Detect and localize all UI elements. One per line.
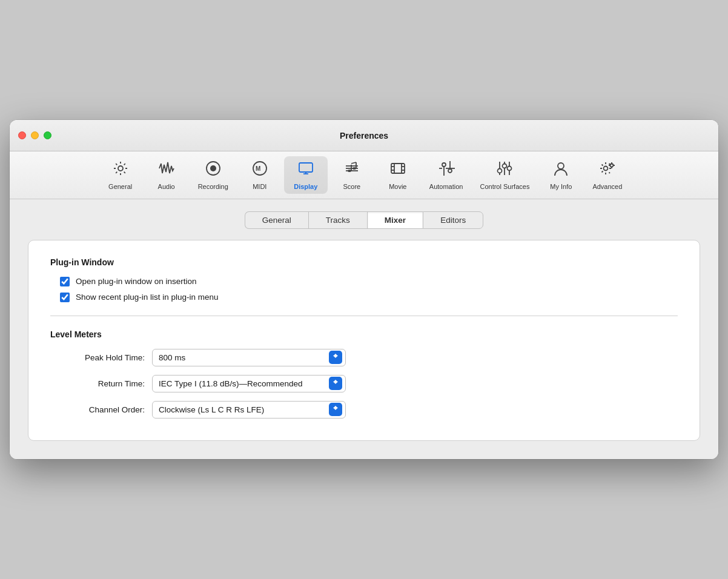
peak-hold-time-wrapper: 200 ms 400 ms 600 ms 800 ms 1000 ms 2000… bbox=[152, 349, 346, 366]
settings-panel: Plug-in Window Open plug-in window on in… bbox=[28, 240, 700, 441]
svg-point-11 bbox=[348, 170, 351, 172]
toolbar-item-my-info[interactable]: My Info bbox=[539, 156, 583, 193]
toolbar-item-audio[interactable]: Audio bbox=[145, 156, 188, 193]
section-divider bbox=[50, 316, 678, 316]
automation-icon bbox=[438, 160, 455, 180]
svg-point-25 bbox=[448, 169, 452, 173]
movie-icon bbox=[389, 160, 406, 180]
gear-icon bbox=[112, 160, 129, 180]
minimize-button[interactable] bbox=[31, 131, 39, 139]
toolbar-item-midi[interactable]: M MIDI bbox=[238, 156, 282, 193]
svg-rect-16 bbox=[391, 164, 405, 173]
svg-point-23 bbox=[442, 163, 446, 167]
display-icon bbox=[297, 160, 314, 180]
toolbar-label-audio: Audio bbox=[158, 183, 175, 190]
score-icon bbox=[343, 160, 360, 180]
toolbar-label-automation: Automation bbox=[429, 183, 463, 190]
toolbar-item-advanced[interactable]: Advanced bbox=[585, 156, 629, 193]
peak-hold-time-select[interactable]: 200 ms 400 ms 600 ms 800 ms 1000 ms 2000… bbox=[152, 349, 346, 366]
toolbar-item-automation[interactable]: Automation bbox=[422, 156, 471, 193]
return-time-label: Return Time: bbox=[60, 379, 145, 388]
checkbox-row-show-recent: Show recent plug-in list in plug-in menu bbox=[60, 293, 678, 302]
subtab-editors[interactable]: Editors bbox=[423, 211, 483, 229]
level-meters-title: Level Meters bbox=[50, 329, 678, 339]
toolbar: General Audio Recording bbox=[10, 151, 718, 199]
open-plugin-label[interactable]: Open plug-in window on insertion bbox=[76, 277, 197, 286]
open-plugin-checkbox[interactable] bbox=[60, 277, 70, 286]
svg-point-13 bbox=[352, 167, 356, 170]
svg-rect-5 bbox=[299, 163, 313, 172]
gear-advanced-icon bbox=[599, 160, 616, 180]
svg-point-2 bbox=[210, 165, 216, 171]
channel-order-label: Channel Order: bbox=[60, 405, 145, 414]
svg-point-35 bbox=[558, 163, 564, 169]
toolbar-label-my-info: My Info bbox=[550, 183, 572, 190]
subtab-tracks[interactable]: Tracks bbox=[308, 211, 367, 229]
channel-order-select[interactable]: Clockwise (Ls L C R Rs LFE) Counter-cloc… bbox=[152, 401, 346, 419]
return-time-select[interactable]: IEC Type I (11.8 dB/s)—Recommended IEC T… bbox=[152, 375, 346, 392]
level-meters-form: Peak Hold Time: 200 ms 400 ms 600 ms 800… bbox=[60, 349, 678, 419]
toolbar-label-recording: Recording bbox=[198, 183, 228, 190]
checkbox-row-open-plugin: Open plug-in window on insertion bbox=[60, 277, 678, 286]
maximize-button[interactable] bbox=[44, 131, 51, 139]
toolbar-item-general[interactable]: General bbox=[99, 156, 142, 193]
channel-order-wrapper: Clockwise (Ls L C R Rs LFE) Counter-cloc… bbox=[152, 401, 346, 419]
peak-hold-time-label: Peak Hold Time: bbox=[60, 353, 145, 362]
midi-icon: M bbox=[251, 160, 268, 180]
svg-point-37 bbox=[610, 164, 613, 167]
channel-order-row: Channel Order: Clockwise (Ls L C R Rs LF… bbox=[60, 401, 678, 419]
sliders-icon bbox=[496, 160, 513, 180]
subtab-general[interactable]: General bbox=[245, 211, 308, 229]
toolbar-label-movie: Movie bbox=[389, 183, 406, 190]
person-icon bbox=[552, 160, 569, 180]
show-recent-plugin-label[interactable]: Show recent plug-in list in plug-in menu bbox=[76, 293, 219, 302]
close-button[interactable] bbox=[18, 131, 26, 139]
toolbar-item-movie[interactable]: Movie bbox=[376, 156, 420, 193]
window-title: Preferences bbox=[340, 131, 388, 141]
toolbar-label-midi: MIDI bbox=[253, 183, 266, 190]
toolbar-label-control-surfaces: Control Surfaces bbox=[480, 183, 529, 190]
waveform-icon bbox=[158, 160, 175, 180]
content-area: General Tracks Mixer Editors Plug-in Win… bbox=[10, 199, 718, 459]
traffic-lights bbox=[18, 131, 51, 139]
subtab-mixer[interactable]: Mixer bbox=[367, 211, 423, 229]
svg-line-15 bbox=[351, 162, 356, 164]
subtabs: General Tracks Mixer Editors bbox=[28, 211, 700, 229]
svg-point-36 bbox=[603, 167, 607, 171]
toolbar-item-control-surfaces[interactable]: Control Surfaces bbox=[472, 156, 537, 193]
svg-text:M: M bbox=[256, 165, 260, 172]
plugin-window-title: Plug-in Window bbox=[50, 257, 678, 267]
toolbar-label-display: Display bbox=[294, 183, 317, 190]
svg-point-0 bbox=[118, 166, 123, 171]
toolbar-label-score: Score bbox=[343, 183, 360, 190]
svg-point-30 bbox=[503, 164, 507, 168]
peak-hold-time-row: Peak Hold Time: 200 ms 400 ms 600 ms 800… bbox=[60, 349, 678, 366]
toolbar-item-display[interactable]: Display bbox=[284, 156, 328, 193]
return-time-row: Return Time: IEC Type I (11.8 dB/s)—Reco… bbox=[60, 375, 678, 392]
svg-point-34 bbox=[508, 167, 512, 171]
toolbar-label-advanced: Advanced bbox=[592, 183, 622, 190]
record-icon bbox=[205, 160, 222, 180]
titlebar: Preferences bbox=[10, 120, 718, 151]
toolbar-item-recording[interactable]: Recording bbox=[191, 156, 236, 193]
preferences-window: Preferences General Audio bbox=[10, 120, 718, 458]
show-recent-plugin-checkbox[interactable] bbox=[60, 293, 70, 302]
return-time-wrapper: IEC Type I (11.8 dB/s)—Recommended IEC T… bbox=[152, 375, 346, 392]
toolbar-item-score[interactable]: Score bbox=[330, 156, 374, 193]
toolbar-label-general: General bbox=[108, 183, 132, 190]
svg-point-32 bbox=[498, 169, 502, 173]
